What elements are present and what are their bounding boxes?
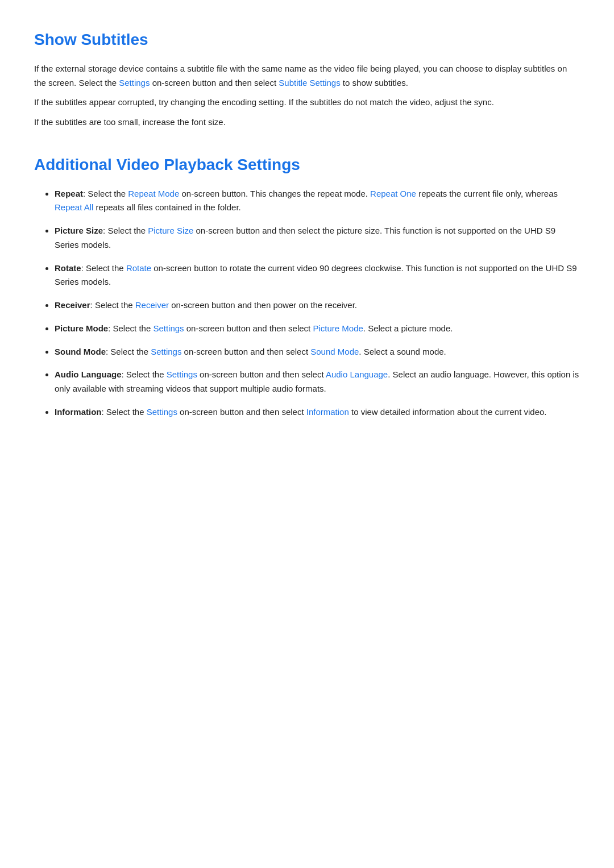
- information-text1: : Select the: [102, 407, 147, 417]
- show-subtitles-title: Show Subtitles: [34, 27, 580, 53]
- sound-mode-text3: . Select a sound mode.: [359, 347, 446, 356]
- repeat-one-link[interactable]: Repeat One: [370, 189, 416, 198]
- receiver-text2: on-screen button and then power on the r…: [169, 300, 357, 310]
- repeat-text4: repeats all files contained in the folde…: [93, 202, 240, 212]
- picture-mode-link[interactable]: Picture Mode: [313, 323, 363, 333]
- information-text3: to view detailed information about the c…: [349, 407, 547, 417]
- picture-size-text1: : Select the: [103, 226, 148, 235]
- list-item-audio-language: Audio Language: Select the Settings on-s…: [55, 368, 580, 396]
- list-item-picture-size: Picture Size: Select the Picture Size on…: [55, 224, 580, 252]
- picture-size-link[interactable]: Picture Size: [148, 226, 193, 235]
- term-sound-mode: Sound Mode: [55, 347, 106, 356]
- picture-mode-text1: : Select the: [108, 323, 153, 333]
- picture-mode-text3: . Select a picture mode.: [363, 323, 453, 333]
- show-subtitles-para1-text2: on-screen button and then select: [150, 78, 279, 88]
- additional-settings-list: Repeat: Select the Repeat Mode on-screen…: [34, 187, 580, 420]
- settings-link-sound-mode[interactable]: Settings: [151, 347, 181, 356]
- list-item-repeat: Repeat: Select the Repeat Mode on-screen…: [55, 187, 580, 215]
- repeat-text1: : Select the: [83, 189, 128, 198]
- term-rotate: Rotate: [55, 263, 81, 273]
- audio-language-link[interactable]: Audio Language: [326, 369, 388, 379]
- list-item-rotate: Rotate: Select the Rotate on-screen butt…: [55, 261, 580, 290]
- settings-link-information[interactable]: Settings: [147, 407, 177, 417]
- sound-mode-link[interactable]: Sound Mode: [310, 347, 359, 356]
- list-item-picture-mode: Picture Mode: Select the Settings on-scr…: [55, 322, 580, 336]
- subtitle-settings-link[interactable]: Subtitle Settings: [279, 78, 340, 88]
- repeat-text3: repeats the current file only, whereas: [416, 189, 558, 198]
- additional-settings-title: Additional Video Playback Settings: [34, 152, 580, 178]
- repeat-mode-link[interactable]: Repeat Mode: [128, 189, 179, 198]
- list-item-information: Information: Select the Settings on-scre…: [55, 405, 580, 420]
- picture-mode-text2: on-screen button and then select: [184, 323, 313, 333]
- list-item-receiver: Receiver: Select the Receiver on-screen …: [55, 298, 580, 313]
- audio-language-text1: : Select the: [122, 369, 167, 379]
- receiver-link[interactable]: Receiver: [135, 300, 169, 310]
- repeat-text2: on-screen button. This changes the repea…: [179, 189, 370, 198]
- term-picture-size: Picture Size: [55, 226, 103, 235]
- show-subtitles-para3: If the subtitles are too small, increase…: [34, 115, 580, 130]
- settings-link-picture-mode[interactable]: Settings: [153, 323, 184, 333]
- rotate-text1: : Select the: [81, 263, 126, 273]
- list-item-sound-mode: Sound Mode: Select the Settings on-scree…: [55, 345, 580, 359]
- term-information: Information: [55, 407, 102, 417]
- term-picture-mode: Picture Mode: [55, 323, 108, 333]
- term-receiver: Receiver: [55, 300, 90, 310]
- repeat-all-link[interactable]: Repeat All: [55, 202, 93, 212]
- term-repeat: Repeat: [55, 189, 83, 198]
- settings-link-1[interactable]: Settings: [119, 78, 150, 88]
- show-subtitles-para2: If the subtitles appear corrupted, try c…: [34, 95, 580, 110]
- show-subtitles-para1: If the external storage device contains …: [34, 62, 580, 90]
- receiver-text1: : Select the: [90, 300, 135, 310]
- information-text2: on-screen button and then select: [177, 407, 306, 417]
- term-audio-language: Audio Language: [55, 369, 122, 379]
- rotate-link[interactable]: Rotate: [126, 263, 151, 273]
- show-subtitles-para1-text3: to show subtitles.: [341, 78, 408, 88]
- sound-mode-text1: : Select the: [106, 347, 151, 356]
- information-link[interactable]: Information: [306, 407, 349, 417]
- settings-link-audio-language[interactable]: Settings: [167, 369, 197, 379]
- sound-mode-text2: on-screen button and then select: [181, 347, 310, 356]
- audio-language-text2: on-screen button and then select: [197, 369, 326, 379]
